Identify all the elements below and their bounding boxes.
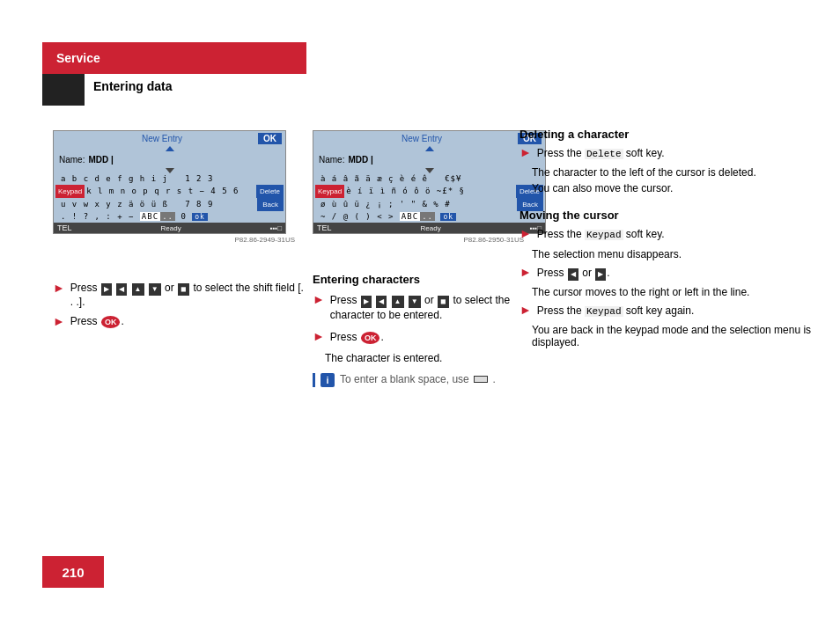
move-text1: Press the Keypad soft key. <box>537 227 665 242</box>
screen1-titlebar: New Entry OK <box>54 131 285 146</box>
screen1-name-value: MDD | <box>88 155 113 165</box>
screen1-row3: u v w x y z ä ö ü ß 7 8 9 Back <box>55 198 284 211</box>
info-text: To enter a blank space, use . <box>340 373 496 385</box>
delete-item1: ► Press the Delete soft key. <box>519 146 819 161</box>
screen2-row1: à á â ã ä æ ç è é ê €$¥ <box>315 173 543 185</box>
bullet-5: ► <box>519 146 532 158</box>
screen1-battery: ▪▪▪□ <box>270 224 282 232</box>
bullet-8: ► <box>519 304 532 316</box>
left-icon-2: ◀ <box>376 296 387 308</box>
enter-chars-item3: The character is entered. <box>325 352 515 364</box>
bullet-4: ► <box>313 330 325 342</box>
move-item1: ► Press the Keypad soft key. <box>519 227 819 242</box>
right-icon: ▶ <box>101 283 112 296</box>
screen2-name-value: MDD | <box>348 155 372 165</box>
entering-chars-heading: Entering characters <box>313 273 515 286</box>
screen1-name-label: Name: <box>59 155 85 165</box>
screen2-tel: TEL <box>317 223 332 232</box>
instr-left-item1: ► Press ▶ ◀ ▲ ▼ or ◼ to select the shift… <box>53 282 308 308</box>
section-title: Entering data <box>93 79 172 93</box>
delete-item3: You can also move the cursor. <box>532 182 819 194</box>
screen2-status: TEL Ready ▪▪▪□ <box>313 223 545 233</box>
instructions-left: ► Press ▶ ◀ ▲ ▼ or ◼ to select the shift… <box>53 282 308 335</box>
keypad-code-1: Keypad <box>585 230 623 240</box>
down-icon-2: ▼ <box>409 296 421 308</box>
screen1-back[interactable]: Back <box>257 198 284 211</box>
select-icon: ◼ <box>178 283 189 296</box>
screen2-name-row: Name: MDD | <box>313 153 545 166</box>
enter-chars-item2: ► Press OK. <box>313 330 515 345</box>
left-icon: ◀ <box>116 283 127 296</box>
screen1-row1: a b c d e f g h i j 1 2 3 <box>55 173 284 185</box>
move-item6: You are back in the keypad mode and the … <box>532 324 819 348</box>
triangle-up-1 <box>166 146 174 151</box>
enter-chars-text1: Press ▶ ◀ ▲ ▼ or ◼ to select the charact… <box>330 293 515 323</box>
instr-left-text2: Press OK. <box>70 315 124 328</box>
screen2-row4: ~ / @ ( ) < > ABC.. ok <box>315 211 543 223</box>
screen1-ready: Ready <box>161 224 181 232</box>
right-icon-2: ▶ <box>361 296 372 308</box>
screen2-container: New Entry OK Name: MDD | à á â ã ä æ ç è… <box>313 130 524 244</box>
deleting-heading: Deleting a character <box>519 128 819 141</box>
screen2-titlebar: New Entry OK <box>313 131 545 146</box>
section-black-bar <box>42 74 85 106</box>
ok-icon-2: OK <box>361 332 380 344</box>
move-item3: ► Press ◀ or ▶. <box>519 266 819 281</box>
ok-icon-1: OK <box>101 316 121 328</box>
keypad-code-2: Keypad <box>585 306 623 317</box>
screen1-name-row: Name: MDD | <box>54 153 285 166</box>
screen1-char-rows: a b c d e f g h i j 1 2 3 Keypad k l m n… <box>54 173 285 223</box>
screen1-status: TEL Ready ▪▪▪□ <box>54 223 285 233</box>
up-icon-2: ▲ <box>392 296 404 308</box>
screen1-tel: TEL <box>57 223 72 232</box>
info-icon: i <box>321 373 335 387</box>
delete-item2: The character to the left of the cursor … <box>532 166 819 179</box>
delete-code: Delete <box>585 149 623 159</box>
up-icon: ▲ <box>132 283 144 296</box>
move-text5: Press the Keypad soft key again. <box>537 304 694 319</box>
move-item2: The selection menu disappears. <box>532 248 819 260</box>
service-label: Service <box>56 51 100 65</box>
screen2-name-label: Name: <box>319 155 344 165</box>
delete-text1: Press the Delete soft key. <box>537 146 665 161</box>
service-header: Service <box>42 42 306 74</box>
screen2-row3: ø ù û ü ¿ ¡ ; ' " & % # Back <box>315 198 543 211</box>
move-item5: ► Press the Keypad soft key again. <box>519 304 819 319</box>
bullet-3: ► <box>313 293 325 305</box>
screen1-caption: P82.86-2949-31US <box>53 236 295 244</box>
screen1-ok: OK <box>258 133 282 144</box>
right-icon-3: ▶ <box>595 268 606 281</box>
screen1-delete[interactable]: Delete <box>256 185 284 198</box>
screen1-row4: . ! ? , : + − ABC.. 0 ok <box>55 211 284 223</box>
screen1-keypad[interactable]: Keypad <box>55 185 85 198</box>
select-icon-2: ◼ <box>438 296 449 308</box>
screen1: New Entry OK Name: MDD | a b c d e f g h… <box>53 130 286 234</box>
right-column: Deleting a character ► Press the Delete … <box>519 128 819 354</box>
screen1-row2: Keypad k l m n o p q r s t − 4 5 6 Delet… <box>55 185 284 198</box>
screen2-keypad[interactable]: Keypad <box>315 185 344 198</box>
screen2-caption: P82.86-2950-31US <box>313 236 524 244</box>
enter-chars-item1: ► Press ▶ ◀ ▲ ▼ or ◼ to select the chara… <box>313 293 515 323</box>
bullet-2: ► <box>53 315 65 327</box>
screen2-char-rows: à á â ã ä æ ç è é ê €$¥ Keypad è í ï ì ñ… <box>313 173 545 223</box>
down-icon: ▼ <box>149 283 161 296</box>
screen2-title: New Entry <box>326 134 518 143</box>
move-text3: Press ◀ or ▶. <box>537 266 610 281</box>
screen2-row2: Keypad è í ï ì ñ ó ô ö ~£* § Delete <box>315 185 543 198</box>
instr-left-text1: Press ▶ ◀ ▲ ▼ or ◼ to select the shift f… <box>70 282 308 308</box>
bullet-1: ► <box>53 282 65 294</box>
move-item4: The cursor moves to the right or left in… <box>532 286 819 298</box>
screen2-ready: Ready <box>421 224 441 232</box>
screen1-container: New Entry OK Name: MDD | a b c d e f g h… <box>53 130 295 244</box>
triangle-up-2 <box>425 146 434 151</box>
page-number: 210 <box>42 556 104 588</box>
bullet-6: ► <box>519 227 532 239</box>
info-box: i To enter a blank space, use . <box>313 373 515 387</box>
enter-chars-text2: Press OK. <box>330 330 384 345</box>
instr-left-item2: ► Press OK. <box>53 315 308 328</box>
entering-characters-section: Entering characters ► Press ▶ ◀ ▲ ▼ or ◼… <box>313 273 515 387</box>
dash-key <box>474 376 488 383</box>
moving-heading: Moving the cursor <box>519 209 819 222</box>
screen1-title: New Entry <box>66 134 258 143</box>
screen2: New Entry OK Name: MDD | à á â ã ä æ ç è… <box>313 130 546 234</box>
